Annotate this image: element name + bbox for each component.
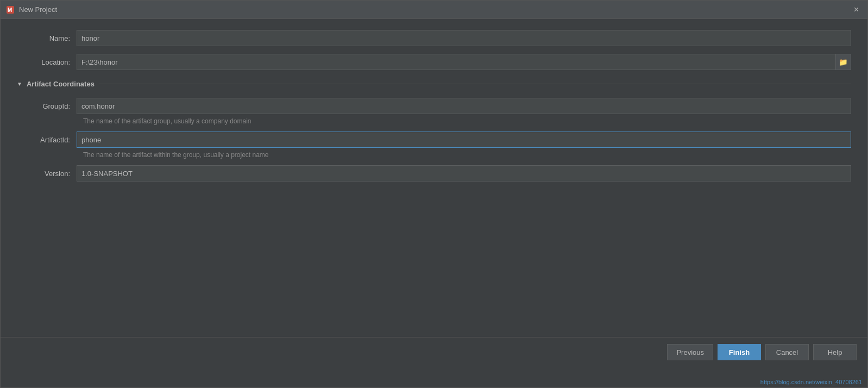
artifactid-row: ArtifactId:	[17, 132, 851, 148]
new-project-dialog: M New Project × Name: Location: 📁 ▼	[0, 0, 868, 388]
footer-buttons: Previous Finish Cancel Help	[667, 344, 857, 360]
artifactid-label: ArtifactId:	[17, 136, 77, 144]
groupid-label: GroupId:	[17, 102, 77, 110]
artifactid-hint: The name of the artifact within the grou…	[83, 151, 851, 159]
svg-text:M: M	[8, 7, 12, 13]
section-toggle[interactable]: ▼	[17, 81, 22, 87]
cancel-button[interactable]: Cancel	[765, 344, 809, 360]
groupid-row: GroupId:	[17, 98, 851, 114]
help-button[interactable]: Help	[813, 344, 857, 360]
version-row: Version:	[17, 165, 851, 182]
close-button[interactable]: ×	[851, 4, 862, 15]
dialog-content: Name: Location: 📁 ▼ Artifact Coordinates…	[1, 19, 867, 337]
folder-icon: 📁	[839, 58, 848, 66]
browse-button[interactable]: 📁	[836, 54, 851, 70]
artifactid-input[interactable]	[77, 132, 851, 148]
version-label: Version:	[17, 170, 77, 178]
dialog-title: New Project	[19, 5, 57, 14]
title-bar-left: M New Project	[6, 5, 57, 14]
groupid-hint: The name of the artifact group, usually …	[83, 117, 851, 125]
finish-button[interactable]: Finish	[718, 344, 761, 360]
location-input[interactable]	[77, 54, 836, 70]
dialog-footer: Previous Finish Cancel Help	[1, 337, 867, 378]
version-input[interactable]	[77, 165, 851, 182]
app-icon: M	[6, 5, 15, 14]
status-url: https://blog.csdn.net/weixin_40708261	[1, 378, 867, 387]
title-bar: M New Project ×	[1, 1, 867, 19]
section-divider	[99, 84, 851, 84]
artifact-coordinates-section-header: ▼ Artifact Coordinates	[17, 80, 851, 88]
name-label: Name:	[17, 34, 77, 42]
groupid-input[interactable]	[77, 98, 851, 114]
previous-button[interactable]: Previous	[667, 344, 713, 360]
location-input-wrap: 📁	[77, 54, 851, 70]
name-input[interactable]	[77, 30, 851, 46]
location-row: Location: 📁	[17, 54, 851, 70]
location-label: Location:	[17, 58, 77, 66]
name-row: Name:	[17, 30, 851, 46]
section-title: Artifact Coordinates	[27, 80, 95, 88]
